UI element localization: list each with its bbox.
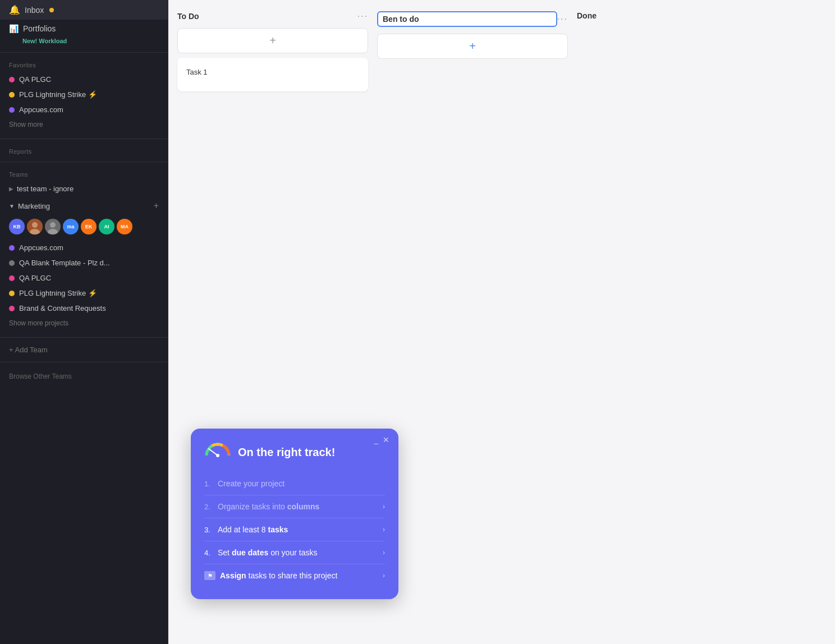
- avatar-kb[interactable]: KB: [9, 219, 25, 234]
- sidebar-item-qa-plgc[interactable]: QA PLGC: [0, 72, 168, 87]
- avatar-ma2[interactable]: MA: [117, 219, 132, 234]
- divider: [0, 52, 168, 53]
- popup-close-button[interactable]: ✕: [383, 435, 389, 444]
- assign-step-label: ⚑ Assign tasks to share this project: [204, 571, 337, 580]
- sidebar-item-plg-lightning-mkt[interactable]: PLG Lightning Strike ⚡: [0, 286, 168, 301]
- column-todo-title: To Do: [177, 12, 199, 21]
- dot-icon: [9, 245, 15, 251]
- divider: [0, 362, 168, 362]
- dot-icon: [9, 260, 15, 266]
- onboarding-step-3[interactable]: 3. Add at least 8 tasks ›: [204, 519, 385, 540]
- onboarding-step-2[interactable]: 2. Organize tasks into columns ›: [204, 496, 385, 517]
- dot-icon: [9, 306, 15, 311]
- sidebar-item-test-team[interactable]: ▶ test team - ignore: [0, 181, 168, 196]
- show-more-favorites[interactable]: Show more: [0, 117, 168, 135]
- browse-other-teams[interactable]: Browse Other Teams: [0, 366, 168, 385]
- divider: [0, 337, 168, 338]
- add-team-button[interactable]: + Add Team: [0, 341, 168, 358]
- column-title-input[interactable]: [377, 11, 557, 27]
- sidebar: 🔔 Inbox 📊 Portfolios New! Workload Favor…: [0, 0, 168, 644]
- favorites-section-label: Favorites: [0, 56, 168, 72]
- task-card-1[interactable]: Task 1: [177, 58, 368, 91]
- flag-icon: ⚑: [204, 571, 215, 580]
- popup-divider: [204, 541, 385, 541]
- marketing-team-toggle[interactable]: ▼ Marketing: [9, 202, 50, 210]
- avatar-ma[interactable]: ma: [63, 219, 79, 234]
- column-todo: To Do ··· + Task 1: [177, 9, 368, 91]
- dot-icon: [9, 275, 15, 281]
- column-done-header: Done: [577, 9, 826, 22]
- sidebar-item-label: test team - ignore: [17, 185, 74, 193]
- avatar-photo2-image: [45, 219, 61, 234]
- dot-icon: [9, 77, 15, 82]
- sidebar-item-inbox[interactable]: 🔔 Inbox: [0, 0, 168, 20]
- sidebar-item-plg-lightning[interactable]: PLG Lightning Strike ⚡: [0, 87, 168, 102]
- popup-title: On the right track!: [238, 446, 335, 459]
- sidebar-item-label: PLG Lightning Strike ⚡: [19, 90, 97, 99]
- column-ben-todo-menu[interactable]: ···: [557, 14, 568, 24]
- reports-section-label: Reports: [0, 142, 168, 158]
- workload-badge: New! Workload: [13, 38, 168, 49]
- svg-point-1: [32, 222, 38, 228]
- popup-divider: [204, 495, 385, 495]
- chevron-right-icon: ▶: [9, 186, 13, 192]
- column-todo-menu[interactable]: ···: [357, 11, 368, 21]
- column-ben-todo-header: ···: [377, 9, 568, 29]
- sidebar-item-appcues-fav[interactable]: Appcues.com: [0, 102, 168, 117]
- avatar-ai[interactable]: AI: [99, 219, 114, 234]
- sidebar-item-qa-blank[interactable]: QA Blank Template - Plz d...: [0, 255, 168, 270]
- chevron-right-icon: ›: [383, 549, 385, 556]
- onboarding-assign-step[interactable]: ⚑ Assign tasks to share this project ›: [204, 565, 385, 586]
- popup-divider: [204, 518, 385, 518]
- onboarding-step-1[interactable]: 1. Create your project: [204, 473, 385, 494]
- show-more-projects[interactable]: Show more projects: [0, 316, 168, 334]
- dot-icon: [9, 92, 15, 98]
- bar-chart-icon: 📊: [9, 24, 19, 33]
- add-task-todo-button[interactable]: +: [177, 28, 368, 53]
- avatar-photo1[interactable]: [27, 219, 43, 234]
- avatar-photo1-image: [27, 219, 43, 234]
- sidebar-item-label: PLG Lightning Strike ⚡: [19, 289, 97, 297]
- popup-controls: _ ✕: [374, 435, 389, 444]
- marketing-team-avatars: KB ma EK AI MA: [0, 215, 168, 240]
- onboarding-popup: _ ✕ On the right track! 1.: [191, 429, 398, 599]
- step-3-label: 3. Add at least 8 tasks: [204, 525, 288, 534]
- column-done-title: Done: [577, 11, 597, 20]
- sidebar-item-label: QA PLGC: [19, 75, 51, 84]
- chevron-right-icon: ›: [383, 572, 385, 579]
- marketing-section: ▼ Marketing +: [0, 196, 168, 215]
- svg-point-12: [216, 454, 219, 457]
- task-title: Task 1: [186, 68, 208, 76]
- svg-point-4: [50, 222, 56, 228]
- chevron-down-icon: ▼: [9, 203, 15, 209]
- avatar-photo2[interactable]: [45, 219, 61, 234]
- chevron-right-icon: ›: [383, 526, 385, 533]
- dot-icon: [9, 291, 15, 296]
- popup-minimize-button[interactable]: _: [374, 435, 378, 444]
- add-marketing-project-button[interactable]: +: [154, 201, 159, 211]
- column-done: Done: [577, 9, 826, 22]
- dot-icon: [9, 107, 15, 113]
- marketing-projects-list: Appcues.com QA Blank Template - Plz d...…: [0, 240, 168, 316]
- sidebar-item-portfolios[interactable]: 📊 Portfolios: [0, 20, 168, 38]
- teams-section-label: Teams: [0, 165, 168, 181]
- inbox-label: Inbox: [25, 6, 44, 15]
- divider: [0, 162, 168, 162]
- onboarding-step-4[interactable]: 4. Set due dates on your tasks ›: [204, 542, 385, 563]
- sidebar-item-label: Brand & Content Requests: [19, 304, 106, 312]
- step-1-label: 1. Create your project: [204, 479, 285, 488]
- gauge-icon: [204, 442, 231, 462]
- sidebar-item-label: QA Blank Template - Plz d...: [19, 259, 110, 267]
- chevron-right-icon: ›: [383, 503, 385, 510]
- add-task-ben-todo-button[interactable]: +: [377, 34, 568, 59]
- sidebar-item-label: Appcues.com: [19, 243, 63, 252]
- sidebar-item-label: Appcues.com: [19, 105, 63, 114]
- sidebar-item-qa-plgc-mkt[interactable]: QA PLGC: [0, 270, 168, 286]
- sidebar-item-appcues[interactable]: Appcues.com: [0, 240, 168, 255]
- sidebar-item-label: QA PLGC: [19, 274, 51, 282]
- popup-divider: [204, 564, 385, 564]
- avatar-ek[interactable]: EK: [81, 219, 97, 234]
- sidebar-item-brand-content[interactable]: Brand & Content Requests: [0, 301, 168, 316]
- divider: [0, 139, 168, 139]
- portfolios-label: Portfolios: [23, 24, 56, 33]
